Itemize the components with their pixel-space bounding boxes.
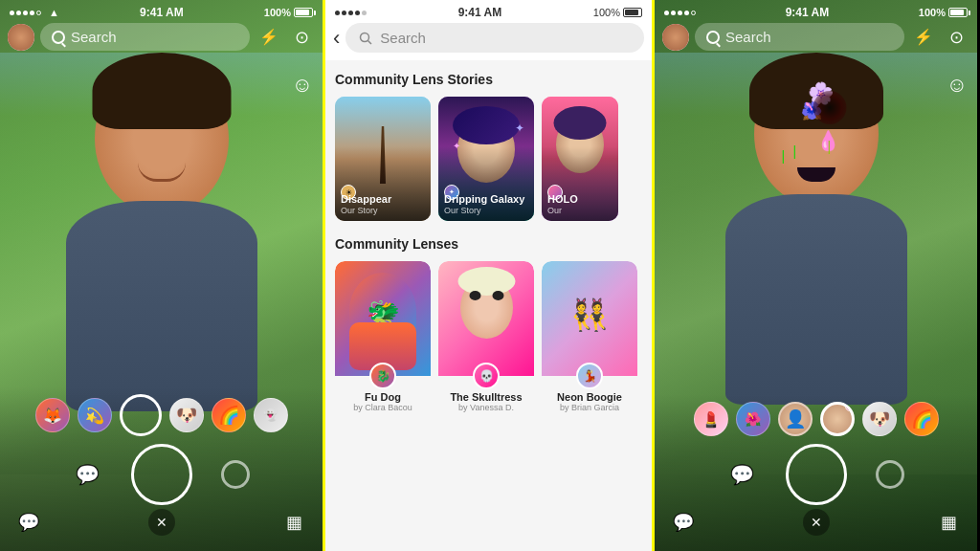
lens-item-5[interactable]: 👻 xyxy=(254,398,288,432)
search-icon-middle xyxy=(359,32,372,45)
lens-carousel-left: 🦊 💫 🐶 🌈 👻 xyxy=(0,394,323,444)
battery-pct-right: 100% xyxy=(919,7,946,18)
status-right-middle: 100% xyxy=(593,7,642,18)
chat-icon-left[interactable]: 💬 xyxy=(74,460,102,489)
multi-snap-right[interactable] xyxy=(876,460,904,489)
lens-item-capture[interactable] xyxy=(120,394,162,436)
wifi-label: ▲ xyxy=(49,7,59,18)
lens-item-2[interactable]: 💫 xyxy=(78,398,112,432)
emoji-sticker-btn-left[interactable]: ☺ xyxy=(292,73,313,98)
close-btn-left[interactable]: ✕ xyxy=(148,509,175,536)
camera-flip-btn-left[interactable]: ⊙ xyxy=(288,24,315,51)
r-dot-2 xyxy=(671,11,676,15)
multi-snap-left[interactable] xyxy=(221,460,250,489)
battery-pct-middle: 100% xyxy=(593,7,620,18)
lens-card-neon[interactable]: 👯 💃 Neon Boogie by Brian Garcia xyxy=(542,261,637,418)
signal-right xyxy=(664,11,696,15)
capture-row-left: 💬 xyxy=(0,444,323,509)
user-avatar-right[interactable] xyxy=(662,24,689,51)
user-avatar-left[interactable] xyxy=(8,24,34,51)
chat-icon-right[interactable]: 💬 xyxy=(728,460,757,489)
signal-dot-1 xyxy=(10,11,14,15)
lens-avatar-fudog: 🐉 xyxy=(369,363,396,389)
lens-item-3[interactable]: 🐶 xyxy=(169,398,204,432)
search-icon-left xyxy=(52,31,65,44)
lens-thumb-neon: 👯 xyxy=(542,261,637,376)
status-time-middle: 9:41 AM xyxy=(458,6,502,19)
story-sub-1: Our Story xyxy=(341,206,425,215)
right-phone-panel: 🌸 🌺 💧 | | | 9:41 AM 100% xyxy=(655,0,977,551)
battery-icon-right xyxy=(948,8,968,17)
bottom-controls-right: 💄 🌺 👤 🌸 🐶 🌈 💬 💬 ✕ ▦ xyxy=(655,394,977,551)
search-bar-middle[interactable]: Search xyxy=(345,23,644,53)
back-button[interactable]: ‹ xyxy=(333,26,340,51)
mid-dot-1 xyxy=(335,11,340,15)
signal-dot-5 xyxy=(36,11,41,15)
lens-author-skulltress: by Vanessa D. xyxy=(442,403,530,412)
holo-hair xyxy=(554,106,607,140)
search-bar-left[interactable]: Search xyxy=(40,23,250,51)
search-row-right: Search ⚡ ⊙ xyxy=(655,23,977,56)
lens-avatar-container-1: 🐉 xyxy=(335,363,431,389)
svg-point-0 xyxy=(361,33,369,41)
story-name-2: Dripping Galaxy xyxy=(444,193,528,206)
capture-button-right[interactable] xyxy=(786,444,847,505)
status-time-right: 9:41 AM xyxy=(786,6,830,19)
content-area-middle[interactable]: Community Lens Stories ☀ Disappear Our S… xyxy=(325,60,652,516)
story-card-holo[interactable]: HOLO Our xyxy=(542,97,618,221)
lens-name-skulltress: The Skulltress xyxy=(442,391,530,403)
lens-avatar-skulltress: 💀 xyxy=(473,363,500,389)
person-silhouette xyxy=(37,53,286,416)
story-label-holo: HOLO Our xyxy=(547,193,612,215)
lens-item-r5[interactable]: 🌈 xyxy=(904,402,939,436)
lens-item-1[interactable]: 🦊 xyxy=(35,398,70,432)
lens-carousel-right: 💄 🌺 👤 🌸 🐶 🌈 xyxy=(655,402,977,444)
emoji-sticker-btn-right[interactable]: ☺ xyxy=(947,73,968,98)
lens-item-r3[interactable]: 👤 xyxy=(778,402,813,436)
battery-icon-left xyxy=(294,8,313,17)
left-phone-panel: ▲ 9:41 AM 100% Search ⚡ ⊙ ☺ 🦊 💫 🐶 🌈 👻 xyxy=(0,0,325,551)
status-time-left: 9:41 AM xyxy=(140,6,184,19)
lens-name-fudog: Fu Dog xyxy=(339,391,427,403)
grid-nav-left[interactable]: ▦ xyxy=(280,509,307,536)
close-btn-right[interactable]: ✕ xyxy=(803,509,830,536)
lens-item-r2[interactable]: 🌺 xyxy=(736,402,770,436)
search-text-right: Search xyxy=(725,29,771,45)
lens-info-skulltress: The Skulltress by Vanessa D. xyxy=(438,389,534,418)
lens-item-r1[interactable]: 💄 xyxy=(694,402,728,436)
green-drip-1: | xyxy=(782,148,786,164)
lens-avatar-container-3: 💃 xyxy=(542,363,637,389)
grid-nav-right[interactable]: ▦ xyxy=(935,509,962,536)
svg-line-1 xyxy=(368,40,372,44)
lens-item-r4[interactable]: 🐶 xyxy=(862,402,897,436)
lens-card-fudog[interactable]: 🐲 🐉 Fu Dog by Clara Bacou xyxy=(335,261,431,418)
flash-btn-left[interactable]: ⚡ xyxy=(256,24,282,51)
middle-phone-panel: 9:41 AM 100% ‹ Search Community Lens Sto… xyxy=(325,0,655,551)
bottom-controls-left: 🦊 💫 🐶 🌈 👻 💬 💬 ✕ ▦ xyxy=(0,386,323,551)
body-right xyxy=(725,194,907,405)
story-name-1: Disappear xyxy=(341,193,425,206)
lens-thumb-skulltress xyxy=(438,261,534,376)
body xyxy=(66,201,257,411)
capture-button-left[interactable] xyxy=(131,444,192,505)
lens-item-r-active[interactable]: 🌸 xyxy=(820,402,855,436)
signal-bars xyxy=(10,11,41,15)
lens-card-skulltress[interactable]: 💀 The Skulltress by Vanessa D. xyxy=(438,261,534,418)
flash-btn-right[interactable]: ⚡ xyxy=(910,24,937,51)
status-right-left: 100% xyxy=(264,7,313,18)
lens-thumb-fudog: 🐲 xyxy=(335,261,431,376)
r-dot-4 xyxy=(684,11,689,15)
signal-dot-4 xyxy=(30,11,34,15)
status-bar-left: ▲ 9:41 AM 100% xyxy=(0,0,323,23)
story-card-disappear[interactable]: ☀ Disappear Our Story xyxy=(335,97,431,221)
chat-nav-left[interactable]: 💬 xyxy=(15,509,42,536)
chat-nav-right[interactable]: 💬 xyxy=(670,509,697,536)
lens-info-fudog: Fu Dog by Clara Bacou xyxy=(335,389,431,418)
story-card-galaxy[interactable]: ✦ ✦ ✦ Dripping Galaxy Our Story xyxy=(438,97,534,221)
lens-item-4[interactable]: 🌈 xyxy=(212,398,246,432)
status-left-right xyxy=(664,11,696,15)
skulltress-visual xyxy=(456,267,518,343)
search-placeholder-middle: Search xyxy=(380,30,426,46)
camera-flip-btn-right[interactable]: ⊙ xyxy=(943,24,969,51)
search-bar-right[interactable]: Search xyxy=(695,23,904,51)
